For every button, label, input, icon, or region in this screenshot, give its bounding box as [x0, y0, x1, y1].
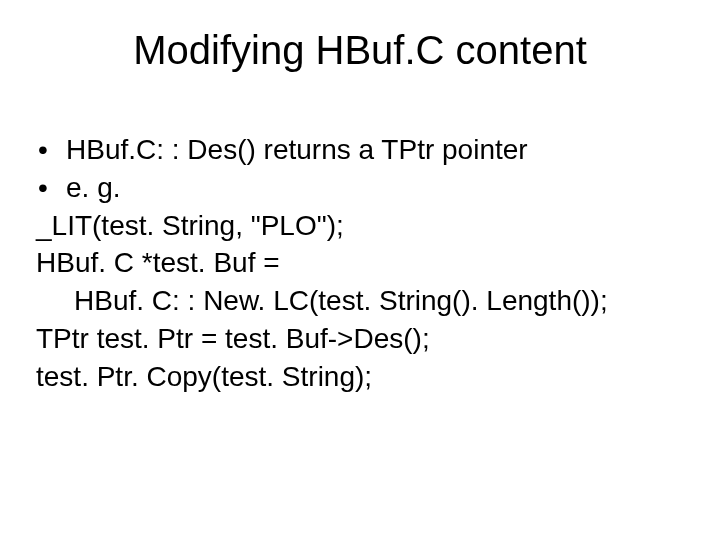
code-line: HBuf. C *test. Buf = — [36, 244, 684, 282]
slide-title: Modifying HBuf.C content — [0, 0, 720, 83]
code-line: test. Ptr. Copy(test. String); — [36, 358, 684, 396]
bullet-text: HBuf.C: : Des() returns a TPtr pointer — [66, 131, 684, 169]
bullet-item: • HBuf.C: : Des() returns a TPtr pointer — [36, 131, 684, 169]
bullet-dot-icon: • — [36, 131, 66, 169]
code-line: TPtr test. Ptr = test. Buf->Des(); — [36, 320, 684, 358]
bullet-dot-icon: • — [36, 169, 66, 207]
slide-body: • HBuf.C: : Des() returns a TPtr pointer… — [0, 83, 720, 396]
code-line: _LIT(test. String, "PLO"); — [36, 207, 684, 245]
code-line-indent: HBuf. C: : New. LC(test. String(). Lengt… — [36, 282, 684, 320]
slide: Modifying HBuf.C content • HBuf.C: : Des… — [0, 0, 720, 540]
bullet-item: • e. g. — [36, 169, 684, 207]
bullet-text: e. g. — [66, 169, 684, 207]
